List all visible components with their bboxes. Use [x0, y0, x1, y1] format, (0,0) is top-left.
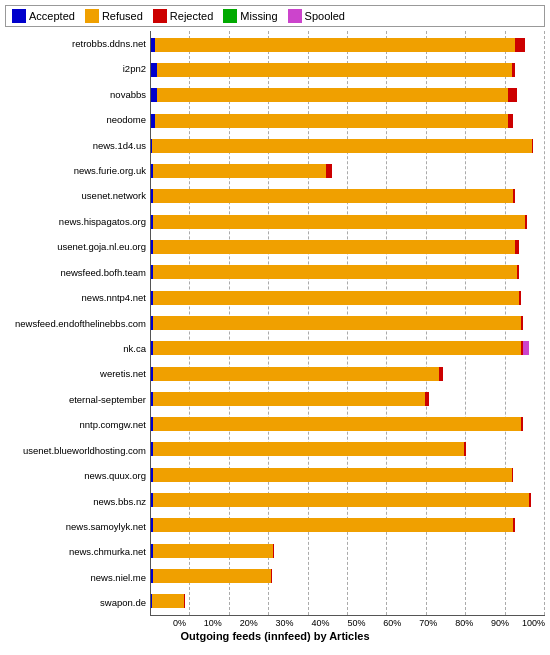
bar-refused [153, 367, 439, 381]
refused-color-box [85, 9, 99, 23]
rejected-label: Rejected [170, 10, 213, 22]
bar-refused [153, 341, 521, 355]
bar-refused [157, 63, 512, 77]
bar-refused [152, 594, 184, 608]
y-axis-labels: retrobbs.ddns.neti2pn2novabbsneodomenews… [5, 31, 150, 616]
y-label: i2pn2 [5, 64, 146, 74]
legend-spooled: Spooled [288, 9, 345, 23]
bar-row: 6394257 [151, 189, 545, 203]
bar-row: 6624232 [151, 291, 545, 305]
bar-rejected [521, 417, 523, 431]
y-label: usenet.network [5, 191, 146, 201]
bar-rejected [273, 544, 274, 558]
bar-refused [153, 164, 326, 178]
y-label: usenet.goja.nl.eu.org [5, 242, 146, 252]
bar-refused [155, 114, 508, 128]
bar-row: 6432236 [151, 240, 545, 254]
bar-row: 3224282 [151, 164, 545, 178]
bar-rejected [521, 316, 523, 330]
legend-refused: Refused [85, 9, 143, 23]
y-label: news.samoylyk.net [5, 522, 146, 532]
bar-rejected [519, 291, 521, 305]
bar-row: 6271332 [151, 114, 545, 128]
chart-container: Accepted Refused Rejected Missing Spoole… [0, 0, 550, 655]
bars-wrapper: 6524621161255115639614356271332695229432… [151, 31, 545, 615]
y-label: retrobbs.ddns.net [5, 39, 146, 49]
bar-rejected [529, 493, 531, 507]
y-label: news.furie.org.uk [5, 166, 146, 176]
bar-refused [153, 442, 464, 456]
bar-refused [153, 544, 273, 558]
bar-refused [153, 291, 519, 305]
bar-row: 5460213 [151, 442, 545, 456]
missing-label: Missing [240, 10, 277, 22]
bar-row: 4797216 [151, 392, 545, 406]
bar-rejected [271, 569, 272, 583]
bar-row: 65246211 [151, 38, 545, 52]
x-tick-label: 0% [150, 618, 186, 628]
legend-missing: Missing [223, 9, 277, 23]
bar-rejected [525, 215, 527, 229]
bar-refused [155, 38, 516, 52]
bar-rejected [326, 164, 332, 178]
missing-color-box [223, 9, 237, 23]
bar-refused [153, 215, 525, 229]
x-tick-label: 70% [401, 618, 437, 628]
x-tick-label: 30% [258, 618, 294, 628]
bar-rejected [439, 367, 443, 381]
y-label: news.quux.org [5, 471, 146, 481]
bar-row: 6740226 [151, 341, 545, 355]
bar-refused [153, 417, 521, 431]
bar-refused [153, 518, 514, 532]
y-label: weretis.net [5, 369, 146, 379]
bar-row: 5006221 [151, 367, 545, 381]
bar-spooled [523, 341, 529, 355]
x-axis-labels: 0%10%20%30%40%50%60%70%80%90%100% [150, 616, 545, 628]
bar-refused [153, 569, 271, 583]
bar-refused [153, 468, 512, 482]
accepted-label: Accepted [29, 10, 75, 22]
bar-refused [152, 139, 532, 153]
bar-rejected [512, 468, 514, 482]
bar-row: 6526232 [151, 265, 545, 279]
bars-area: 6524621161255115639614356271332695229432… [150, 31, 545, 616]
y-label: nk.ca [5, 344, 146, 354]
bar-row: 6328202 [151, 518, 545, 532]
bar-refused [153, 316, 521, 330]
bar-row: 6694229 [151, 316, 545, 330]
x-tick-label: 10% [186, 618, 222, 628]
bar-row: 63961435 [151, 88, 545, 102]
spooled-label: Spooled [305, 10, 345, 22]
y-label: news.hispagatos.org [5, 217, 146, 227]
spooled-color-box [288, 9, 302, 23]
bar-rejected [532, 139, 533, 153]
x-tick-label: 50% [330, 618, 366, 628]
bar-row: 6952294 [151, 139, 545, 153]
y-label: neodome [5, 115, 146, 125]
y-label: news.nntp4.net [5, 293, 146, 303]
bar-row: 6554216 [151, 417, 545, 431]
bar-rejected [464, 442, 466, 456]
bar-rejected [517, 265, 519, 279]
refused-label: Refused [102, 10, 143, 22]
x-tick-label: 60% [365, 618, 401, 628]
x-tick-label: 20% [222, 618, 258, 628]
bar-refused [153, 493, 529, 507]
legend-rejected: Rejected [153, 9, 213, 23]
x-tick-label: 80% [437, 618, 473, 628]
y-label: news.chmurka.net [5, 547, 146, 557]
bar-row: 60225 [151, 594, 545, 608]
y-label: newsfeed.endofthelinebbs.com [5, 319, 146, 329]
y-label: eternal-september [5, 395, 146, 405]
y-label: usenet.blueworldhosting.com [5, 446, 146, 456]
bar-row: 2181155 [151, 544, 545, 558]
accepted-color-box [12, 9, 26, 23]
bar-row: 6336208 [151, 468, 545, 482]
bar-rejected [515, 240, 519, 254]
bar-refused [153, 189, 514, 203]
bar-refused [153, 240, 515, 254]
bar-rejected [512, 63, 516, 77]
bar-rejected [508, 114, 514, 128]
x-tick-label: 90% [473, 618, 509, 628]
bar-rejected [425, 392, 429, 406]
